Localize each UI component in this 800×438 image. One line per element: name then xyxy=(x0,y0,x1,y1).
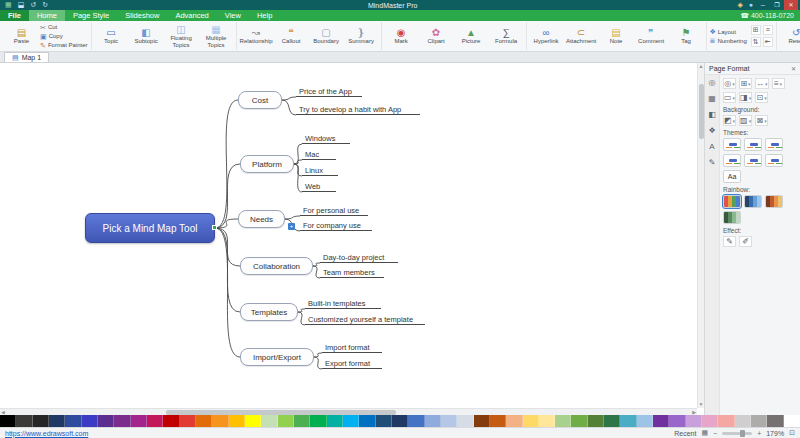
relationship-button[interactable]: ↝Relationship xyxy=(240,27,273,45)
color-swatch[interactable] xyxy=(82,415,98,427)
vertical-scroll-thumb[interactable] xyxy=(699,84,704,139)
color-swatch[interactable] xyxy=(767,415,783,427)
menu-tab-file[interactable]: File xyxy=(0,10,29,21)
color-swatch[interactable] xyxy=(620,415,636,427)
color-swatch[interactable] xyxy=(588,415,604,427)
subtopic[interactable]: Windows xyxy=(302,133,350,144)
cut-button[interactable]: ✂Cut xyxy=(40,24,88,31)
subtopic[interactable]: Built-in templates xyxy=(305,298,381,309)
tag-button[interactable]: ⚑Tag xyxy=(670,27,703,45)
fit-screen-icon[interactable]: ⊡ xyxy=(789,429,795,437)
main-topic[interactable]: Platform xyxy=(240,155,294,173)
attachment-button[interactable]: ⊂Attachment xyxy=(565,27,598,45)
zoom-out-icon[interactable]: − xyxy=(713,430,717,437)
color-swatch[interactable] xyxy=(457,415,473,427)
color-swatch[interactable] xyxy=(555,415,571,427)
hyperlink-button[interactable]: ∞Hyperlink xyxy=(530,27,563,45)
main-topic[interactable]: Import/Export xyxy=(240,348,314,366)
orientation-icon[interactable]: ◨▾ xyxy=(739,92,752,103)
subtopic[interactable]: Web xyxy=(302,181,336,192)
pages-icon[interactable]: ▦ xyxy=(701,429,708,437)
scroll-up-icon[interactable]: ▲ xyxy=(698,63,704,70)
text-tool-icon[interactable]: A xyxy=(709,142,714,151)
color-swatch[interactable] xyxy=(784,415,800,427)
color-swatch[interactable] xyxy=(278,415,294,427)
rainbow-thumbnail[interactable] xyxy=(765,195,783,208)
subtopic[interactable]: Linux xyxy=(302,165,338,176)
subtopic-button[interactable]: ◧Subtopic xyxy=(130,27,163,45)
subtopic[interactable]: Try to develop a habit with App xyxy=(296,104,420,115)
copy-button[interactable]: ▣Copy xyxy=(40,33,88,40)
color-swatch[interactable] xyxy=(294,415,310,427)
scroll-down-icon[interactable]: ▼ xyxy=(698,401,704,408)
subtopic[interactable]: Day-to-day project xyxy=(320,252,398,263)
undo-icon[interactable]: ↺ xyxy=(30,0,36,10)
panel-close-icon[interactable]: ✕ xyxy=(791,65,796,72)
main-topic[interactable]: Needs xyxy=(238,210,285,228)
subtopic[interactable]: Export format xyxy=(322,358,382,369)
maximize-button[interactable]: ❐ xyxy=(770,0,784,10)
color-swatch[interactable] xyxy=(327,415,343,427)
formula-button[interactable]: ∑Formula xyxy=(490,27,523,45)
main-topic[interactable]: Collaboration xyxy=(240,257,313,275)
color-swatch[interactable] xyxy=(245,415,261,427)
multiple-topics-button[interactable]: ▦Multiple Topics xyxy=(200,24,233,48)
redo-icon[interactable]: ↻ xyxy=(42,0,48,10)
format-painter-button[interactable]: ✎Format Painter xyxy=(40,42,88,49)
indent-icon[interactable]: ⇤ xyxy=(763,37,773,47)
page-size-icon[interactable]: ▭▾ xyxy=(723,92,736,103)
theme-thumbnail[interactable] xyxy=(723,154,741,167)
scroll-right-icon[interactable]: ▶ xyxy=(691,409,697,416)
color-swatch[interactable] xyxy=(114,415,130,427)
zoom-slider-thumb[interactable] xyxy=(740,430,745,437)
share-icon[interactable]: ◈ xyxy=(737,0,742,10)
align-icon[interactable]: ⊞ xyxy=(751,25,761,35)
menu-tab-home[interactable]: Home xyxy=(29,10,65,21)
color-swatch[interactable] xyxy=(686,415,702,427)
color-swatch[interactable] xyxy=(539,415,555,427)
clipart-button[interactable]: ✿Clipart xyxy=(420,27,453,45)
expand-plus-icon[interactable]: + xyxy=(288,223,295,230)
distance-icon[interactable]: ≡▾ xyxy=(772,78,785,89)
color-swatch[interactable] xyxy=(0,415,16,427)
color-swatch[interactable] xyxy=(261,415,277,427)
color-swatch[interactable] xyxy=(523,415,539,427)
color-swatch[interactable] xyxy=(229,415,245,427)
color-swatch[interactable] xyxy=(669,415,685,427)
zoom-in-icon[interactable]: + xyxy=(757,430,761,437)
color-swatch[interactable] xyxy=(425,415,441,427)
color-swatch[interactable] xyxy=(310,415,326,427)
menu-tab-slideshow[interactable]: Slideshow xyxy=(117,10,167,21)
color-swatch[interactable] xyxy=(718,415,734,427)
zoom-icon[interactable]: ◎▾ xyxy=(723,78,736,89)
page-tool-icon[interactable]: ▦ xyxy=(708,94,716,103)
color-swatch[interactable] xyxy=(441,415,457,427)
horizontal-scrollbar[interactable]: ◀ ▶ xyxy=(0,408,697,415)
background-tool-icon[interactable]: ◧ xyxy=(708,110,716,119)
selection-handle[interactable] xyxy=(212,225,217,230)
color-swatch[interactable] xyxy=(490,415,506,427)
theme-thumbnail[interactable] xyxy=(765,138,783,151)
list-icon[interactable]: ≡ xyxy=(763,25,773,35)
central-topic[interactable]: Pick a Mind Map Tool xyxy=(85,213,215,243)
spacing-icon[interactable]: ⇅ xyxy=(751,37,761,47)
menu-tab-view[interactable]: View xyxy=(217,10,249,21)
theme-thumbnail[interactable] xyxy=(744,138,762,151)
color-swatch[interactable] xyxy=(163,415,179,427)
reset-button[interactable]: ↺Reset xyxy=(780,27,800,45)
connector-style-icon[interactable]: ↔▾ xyxy=(755,78,769,89)
rainbow-thumbnail[interactable] xyxy=(723,195,741,208)
color-swatch[interactable] xyxy=(98,415,114,427)
color-swatch[interactable] xyxy=(702,415,718,427)
app-logo-icon[interactable]: ▦ xyxy=(5,0,12,10)
minimize-button[interactable]: ─ xyxy=(756,0,770,10)
subtopic[interactable]: For company use xyxy=(300,220,372,231)
color-swatch[interactable] xyxy=(212,415,228,427)
theme-font-button[interactable]: Aa xyxy=(723,170,741,183)
hand-drawn-icon[interactable]: ✎ xyxy=(723,236,736,247)
zoom-tool-icon[interactable]: ◎ xyxy=(709,78,716,87)
topic-button[interactable]: ▭Topic xyxy=(95,27,128,45)
color-swatch[interactable] xyxy=(653,415,669,427)
layout-button[interactable]: ❖Layout xyxy=(710,28,747,35)
menu-tab-page-style[interactable]: Page Style xyxy=(65,10,117,21)
